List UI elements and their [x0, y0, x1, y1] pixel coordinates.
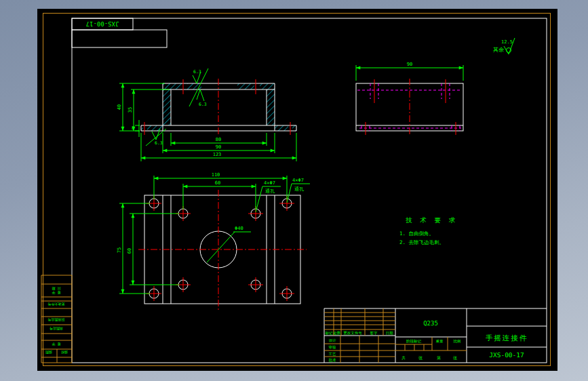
dim-90: 90: [216, 144, 221, 150]
strip-trace-check: 描校: [61, 350, 68, 355]
callout-a-line1: 4×Φ7: [264, 180, 275, 186]
hdr-weight: 重量: [436, 339, 444, 343]
col-doc: 更改文件号: [343, 331, 362, 335]
row-design: 设计: [329, 338, 337, 342]
material-value: Q235: [423, 320, 438, 327]
dim-123: 123: [213, 152, 222, 157]
strip-old-master: 旧底图总号: [48, 317, 65, 322]
roughness-top-value: 6.3: [193, 69, 201, 75]
hdr-scale: 比例: [454, 339, 461, 344]
tech-req-title: 技 术 要 求: [406, 216, 457, 224]
strip-sign: 签 字: [52, 290, 60, 295]
drawing-number: JXS-00-17: [489, 351, 524, 359]
strip-trace: 描图: [45, 350, 52, 355]
col-mark: 标记: [325, 331, 334, 336]
center-hole-label: Φ40: [235, 226, 243, 231]
roughness-bottom-value: 6.3: [155, 140, 163, 146]
dim-75: 75: [117, 247, 122, 253]
dim-60-v: 60: [127, 248, 132, 254]
col-sign: 签字: [370, 331, 378, 336]
row-approve: 批准: [329, 358, 337, 363]
dim-110: 110: [212, 172, 220, 178]
col-count: 处数: [334, 331, 342, 336]
callout-b-line1: 4×Φ7: [292, 178, 304, 183]
tech-req-item-1: 1. 自由倒角。: [399, 230, 434, 237]
roughness-inner-value: 6.3: [199, 102, 207, 107]
hdr-stage: 阶段标记: [406, 339, 422, 344]
col-date: 日期: [386, 331, 394, 336]
sheet-no: 第: [437, 355, 441, 360]
strip-doc-no: 更改文件号: [48, 302, 65, 306]
sheet-total: 共: [401, 355, 406, 360]
dim-80: 80: [216, 137, 221, 142]
sheet-zhang1: 张: [418, 355, 423, 361]
dim-60-h: 60: [215, 180, 220, 186]
dim-side-90: 90: [407, 62, 412, 67]
sheet-zhang2: 张: [453, 355, 457, 361]
strip-date: 日 期: [52, 286, 60, 291]
part-name: 手摇连接件: [486, 334, 528, 342]
dim-8: 8: [132, 125, 134, 131]
strip-master-no: 底图总号: [50, 326, 63, 331]
tech-req-item-2: 2. 去除飞边毛刺。: [399, 239, 444, 245]
dim-40: 40: [117, 104, 122, 110]
strip-sign2: 签 字: [52, 342, 60, 346]
drawing-canvas[interactable]: JXS-00-17 其余 12.5: [0, 0, 588, 381]
surface-note-value: 12.5: [501, 39, 513, 45]
row-check: 审核: [329, 345, 337, 349]
dim-35: 35: [128, 107, 133, 113]
callout-a-line2: 通孔: [265, 188, 275, 194]
callout-b-line2: 通孔: [294, 186, 305, 192]
row-process: 工艺: [329, 352, 337, 356]
surface-note-label: 其余: [493, 47, 504, 53]
mirrored-drawing-number: JXS-00-17: [86, 20, 119, 27]
